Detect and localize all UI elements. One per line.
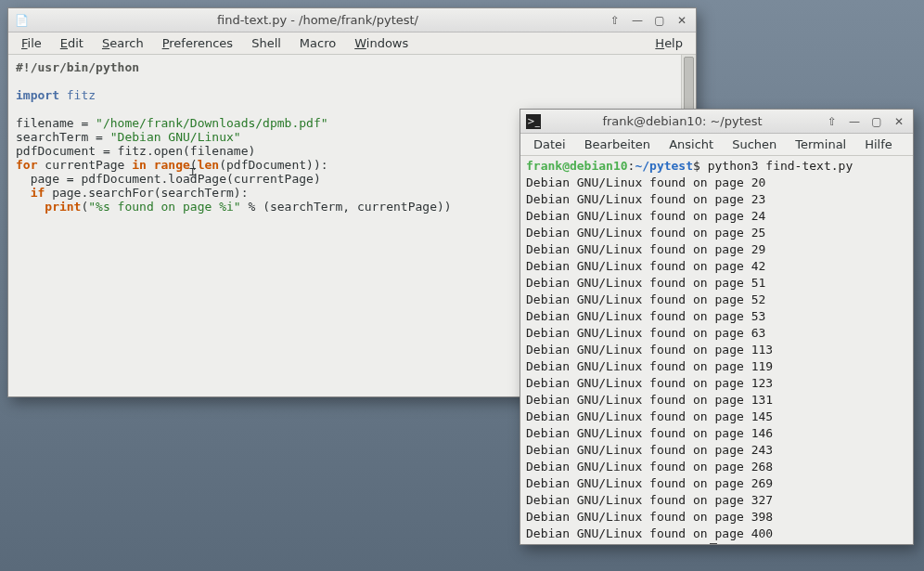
- terminal-cursor: [710, 543, 717, 544]
- code-line: searchTerm = "Debian GNU/Linux": [16, 130, 241, 144]
- pin-icon[interactable]: ⇧: [824, 113, 841, 130]
- text-cursor-icon: ⌶: [189, 164, 197, 178]
- menu-help[interactable]: Help: [648, 34, 690, 52]
- pin-icon[interactable]: ⇧: [607, 12, 623, 29]
- maximize-button[interactable]: ▢: [868, 113, 885, 130]
- menu-hilfe[interactable]: Hilfe: [857, 136, 900, 153]
- menu-macro[interactable]: Macro: [292, 34, 343, 52]
- menu-edit[interactable]: Edit: [53, 34, 91, 52]
- terminal-app-icon: >_: [526, 114, 541, 129]
- code-line: import fitz: [16, 88, 96, 102]
- menu-suchen[interactable]: Suchen: [725, 136, 784, 153]
- minimize-button[interactable]: —: [629, 12, 646, 29]
- menu-shell[interactable]: Shell: [244, 34, 289, 52]
- maximize-button[interactable]: ▢: [651, 12, 668, 29]
- minimize-button[interactable]: —: [846, 113, 863, 130]
- app-icon: 📄: [14, 13, 29, 28]
- terminal-body[interactable]: frank@debian10:~/pytest$ python3 find-te…: [520, 156, 913, 544]
- code-line: if page.searchFor(searchTerm):: [16, 186, 248, 200]
- scrollbar-thumb[interactable]: [684, 57, 694, 112]
- terminal-prompt-line: frank@debian10:~/pytest$ python3 find-te…: [526, 159, 853, 173]
- menu-terminal[interactable]: Terminal: [788, 136, 853, 153]
- close-button[interactable]: ✕: [891, 113, 907, 130]
- code-line: #!/usr/bin/python: [16, 60, 139, 74]
- editor-title: find-text.py - /home/frank/pytest/: [34, 13, 601, 27]
- code-line: page = pdfDocument.loadPage(currentPage): [16, 172, 321, 186]
- close-button[interactable]: ✕: [674, 12, 690, 29]
- editor-titlebar[interactable]: 📄 find-text.py - /home/frank/pytest/ ⇧ —…: [8, 8, 696, 32]
- menu-datei[interactable]: Datei: [526, 136, 573, 153]
- code-line: filename = "/home/frank/Downloads/dpmb.p…: [16, 116, 328, 130]
- code-line: for currentPage in range(len(pdfDocument…: [16, 158, 328, 172]
- terminal-titlebar[interactable]: >_ frank@debian10: ~/pytest ⇧ — ▢ ✕: [520, 110, 913, 134]
- menu-search[interactable]: Search: [95, 34, 151, 52]
- menu-bearbeiten[interactable]: Bearbeiten: [577, 136, 658, 153]
- menu-ansicht[interactable]: Ansicht: [661, 136, 721, 153]
- terminal-output: Debian GNU/Linux found on page 20 Debian…: [526, 175, 773, 540]
- menu-windows[interactable]: Windows: [347, 34, 416, 52]
- code-line: print("%s found on page %i" % (searchTer…: [16, 200, 452, 214]
- menu-preferences[interactable]: Preferences: [155, 34, 240, 52]
- code-line: pdfDocument = fitz.open(filename): [16, 144, 255, 158]
- terminal-prompt-line: frank@debian10:~/pytest$: [526, 543, 708, 544]
- menu-file[interactable]: File: [14, 34, 49, 52]
- terminal-window: >_ frank@debian10: ~/pytest ⇧ — ▢ ✕ Date…: [520, 109, 914, 545]
- terminal-title: frank@debian10: ~/pytest: [546, 114, 818, 128]
- terminal-menubar: Datei Bearbeiten Ansicht Suchen Terminal…: [520, 134, 913, 156]
- editor-menubar: File Edit Search Preferences Shell Macro…: [8, 32, 696, 55]
